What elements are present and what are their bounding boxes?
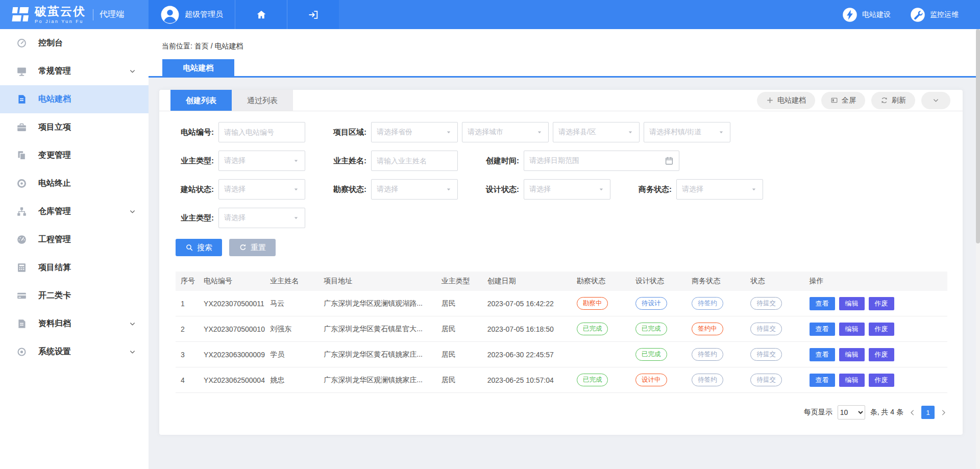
logo-block: 破茧云伏 Po Jian Yun Fu 代理端 [0,0,149,29]
status-badge: 已完成 [577,374,608,386]
table-wrap: 序号电站编号业主姓名项目地址业主类型创建日期勘察状态设计状态商务状态状态操作 1… [159,256,963,393]
sidebar-item-change-management[interactable]: 变更管理 [0,141,149,169]
created-date-range-input[interactable]: 请选择日期范围 [524,151,679,171]
project-address: 广东深圳龙华区观澜镇姚家庄... [318,367,436,393]
owner-name: 学员 [265,342,318,367]
page-tab-strip: 电站建档 [149,59,980,78]
actions-cell: 查看编辑作废 [804,342,947,367]
panel-card: 创建列表 通过列表 电站建档全屏刷新 电站编号:项目区域:请选择省份请选择城市请… [159,90,963,435]
status-cell: 勘察中 [572,291,630,316]
select-placeholder: 请选择 [224,213,292,223]
refresh-button[interactable]: 刷新 [871,92,915,109]
filter-group: 电站编号: [176,122,305,142]
district-select[interactable]: 请选择县/区 [553,122,640,142]
filter-label: 勘察状态: [328,185,366,194]
toolbar-button-label: 刷新 [892,96,906,105]
page-tab-station-archive[interactable]: 电站建档 [162,59,234,76]
owner-name-input[interactable] [371,151,458,171]
row-seq: 1 [176,291,199,316]
sidebar-item-console[interactable]: 控制台 [0,29,149,57]
tab-create-list[interactable]: 创建列表 [170,90,232,111]
view-button[interactable]: 查看 [810,323,835,336]
filter-group: 建站状态:请选择 [176,179,305,200]
filter-row: 业主类型:请选择业主姓名:创建时间:请选择日期范围 [176,151,947,171]
sidebar-item-general-management[interactable]: 常规管理 [0,57,149,85]
total-label: 条, 共 4 条 [870,408,903,417]
reset-button[interactable]: 重置 [229,239,276,256]
chevron-down-icon [129,208,136,215]
edit-button[interactable]: 编辑 [839,348,865,361]
void-button[interactable]: 作废 [869,374,894,387]
page-header-section: 当前位置: 首页 / 电站建档 电站建档 [149,29,980,78]
view-button[interactable]: 查看 [810,374,835,387]
sidebar-item-project-initiation[interactable]: 项目立项 [0,113,149,141]
archive-icon [16,318,27,329]
design-status-select[interactable]: 请选择 [524,179,610,200]
void-button[interactable]: 作废 [869,297,894,310]
search-button[interactable]: 搜索 [176,239,222,256]
business-status-select[interactable]: 请选择 [676,179,763,200]
nav-monitor-ops[interactable]: 监控运维 [910,7,959,22]
fullscreen-button[interactable]: 全屏 [821,92,865,109]
page-scrollbar[interactable] [976,29,980,469]
edit-button[interactable]: 编辑 [839,297,865,310]
village-select[interactable]: 请选择村镇/街道 [644,122,730,142]
home-button[interactable] [235,0,287,29]
row-seq: 4 [176,367,199,393]
void-button[interactable]: 作废 [869,348,894,361]
edit-button[interactable]: 编辑 [839,374,865,387]
nav-station-build[interactable]: 电站建设 [842,7,891,22]
survey-status-select[interactable]: 请选择 [371,179,458,200]
page-number-button[interactable]: 1 [921,406,935,419]
status-badge: 待提交 [750,323,782,335]
sidebar-item-station-termination[interactable]: 电站终止 [0,169,149,198]
list-tabs: 创建列表 通过列表 [170,90,293,111]
column-header: 创建日期 [482,271,572,291]
owner-type-select-2[interactable]: 请选择 [218,208,305,228]
view-button[interactable]: 查看 [810,348,835,361]
filter-group: 创建时间:请选择日期范围 [481,151,679,171]
sidebar-item-warehouse-management[interactable]: 仓库管理 [0,198,149,226]
sidebar-item-project-settlement[interactable]: 项目结算 [0,254,149,282]
build-status-select[interactable]: 请选择 [218,179,305,200]
sidebar-item-data-archive[interactable]: 资料归档 [0,310,149,338]
reset-button-label: 重置 [251,243,266,253]
user-menu[interactable]: 超级管理员 [149,0,235,29]
sidebar-item-label: 仓库管理 [38,206,71,217]
status-badge: 签约中 [692,323,723,335]
more-button[interactable] [921,92,950,109]
edit-button[interactable]: 编辑 [839,323,865,336]
logout-button[interactable] [287,0,339,29]
tab-passed-list[interactable]: 通过列表 [232,90,293,111]
sidebar-item-label: 电站终止 [38,178,71,189]
sidebar-item-label: 电站建档 [38,94,71,105]
view-button[interactable]: 查看 [810,297,835,310]
date-placeholder: 请选择日期范围 [529,156,665,165]
per-page-select[interactable]: 10 [838,405,865,419]
sidebar-item-second-class-card[interactable]: 开二类卡 [0,282,149,310]
status-badge: 待提交 [750,374,782,386]
chevron-right-icon[interactable] [940,409,947,416]
fullscreen-icon [830,96,838,104]
chevron-left-icon[interactable] [909,409,916,416]
void-button[interactable]: 作废 [869,323,894,336]
filter-group: 业主姓名: [328,151,458,171]
scrollbar-thumb[interactable] [976,29,980,243]
breadcrumb-path[interactable]: 首页 / 电站建档 [194,42,243,50]
column-header: 业主类型 [436,271,482,291]
create-station-button[interactable]: 电站建档 [757,92,815,109]
table-row: 2YX2023070500010刘强东广东深圳龙华区黄石镇星官大...居民202… [176,316,947,342]
sidebar-item-station-archive[interactable]: 电站建档 [0,85,149,113]
status-cell: 待签约 [687,367,745,393]
sidebar-item-system-settings[interactable]: 系统设置 [0,338,149,366]
breadcrumb: 当前位置: 首页 / 电站建档 [149,29,980,59]
owner-type-select[interactable]: 请选择 [218,151,305,171]
city-select[interactable]: 请选择城市 [462,122,549,142]
filter-label: 创建时间: [481,156,519,166]
status-badge: 已完成 [635,348,667,361]
sidebar-item-engineering-management[interactable]: 工程管理 [0,226,149,254]
toolbar-button-label: 电站建档 [777,96,806,105]
station-code-input[interactable] [218,122,305,142]
row-seq: 2 [176,316,199,342]
province-select[interactable]: 请选择省份 [371,122,458,142]
